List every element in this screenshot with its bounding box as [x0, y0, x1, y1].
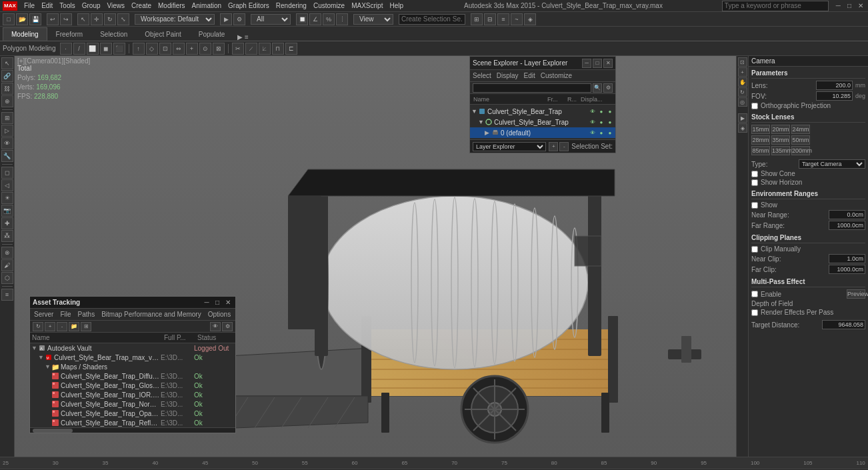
- tab-freeform[interactable]: Freeform: [47, 27, 92, 41]
- motion-tool[interactable]: ▷: [1, 125, 13, 137]
- ap-close-btn[interactable]: ✕: [223, 298, 233, 307]
- lens-24mm[interactable]: 24mm: [791, 125, 810, 134]
- menu-file[interactable]: File: [23, 2, 36, 9]
- ap-row-8[interactable]: Culvert_Style_Bear_Trap_Reflection.png E…: [30, 418, 235, 427]
- render-setup-button[interactable]: ⚙: [233, 13, 245, 25]
- se-green-icon-0[interactable]: ●: [606, 107, 614, 115]
- modify-tool[interactable]: ⊗: [1, 247, 13, 259]
- lens-28mm[interactable]: 28mm: [751, 135, 770, 145]
- show-env-checkbox[interactable]: [751, 202, 758, 209]
- lens-20mm[interactable]: 20mm: [771, 125, 790, 134]
- ap-view-btn[interactable]: 👁: [210, 322, 221, 331]
- se-restore-btn[interactable]: □: [593, 59, 602, 68]
- cap-btn[interactable]: ⊙: [199, 43, 211, 55]
- vp-zoom-btn[interactable]: +: [738, 67, 747, 77]
- flip-btn[interactable]: ⊠: [213, 43, 225, 55]
- bridge-btn[interactable]: ⇔: [173, 43, 185, 55]
- percent-snap-button[interactable]: %: [323, 13, 335, 25]
- render-button[interactable]: ▶: [220, 13, 232, 25]
- render-effects-checkbox[interactable]: [751, 309, 758, 316]
- se-search-input[interactable]: [473, 83, 591, 93]
- ap-row-1[interactable]: ▼ M Culvert_Style_Bear_Trap_max_vray.max…: [30, 353, 235, 362]
- ap-minimize-btn[interactable]: ─: [202, 298, 211, 307]
- spinner-snap-button[interactable]: ⋮: [336, 13, 348, 25]
- menu-graph-editors[interactable]: Graph Editors: [227, 2, 271, 9]
- snap-button[interactable]: 🔲: [296, 13, 308, 25]
- view-dropdown[interactable]: View: [353, 14, 393, 25]
- rotate-button[interactable]: ↻: [104, 13, 116, 25]
- timeline-ruler[interactable]: 25 30 35 40 45 50 55 60 65 70 75 80 85 9…: [0, 457, 868, 469]
- vp-shade-btn[interactable]: ◈: [738, 123, 747, 133]
- create-helper-tool[interactable]: ✚: [1, 217, 13, 229]
- ap-row-0[interactable]: ▼ A Autodesk Vault Logged Out: [30, 343, 235, 353]
- menu-animation[interactable]: Animation: [191, 2, 223, 9]
- se-settings-btn[interactable]: ⚙: [603, 83, 613, 93]
- viewport[interactable]: [+][Camera001][Shaded] Total Polys: 169,…: [15, 56, 736, 457]
- all-dropdown[interactable]: All: [251, 14, 291, 25]
- near-clip-input[interactable]: [829, 254, 865, 263]
- menu-maxscript[interactable]: MAXScript: [350, 2, 384, 9]
- ap-expand-0[interactable]: ▼: [31, 345, 38, 351]
- ap-expand-2[interactable]: ▼: [45, 363, 51, 370]
- vp-orbit-btn[interactable]: ↻: [738, 87, 747, 97]
- paint-tool[interactable]: 🖌: [1, 259, 13, 271]
- target-dist-input[interactable]: [822, 320, 865, 329]
- se-eye-icon-0[interactable]: 👁: [589, 107, 597, 115]
- se-expand-2[interactable]: ▶: [485, 129, 491, 136]
- se-green-icon-2[interactable]: ●: [606, 129, 614, 137]
- vp-zoom-extents-btn[interactable]: ⊡: [738, 57, 747, 67]
- constraints-btn[interactable]: ⊓: [272, 43, 284, 55]
- se-menu-edit[interactable]: Edit: [524, 72, 535, 79]
- ap-row-2[interactable]: ▼ 📁 Maps / Shaders: [30, 362, 235, 371]
- redo-button[interactable]: ↪: [60, 13, 72, 25]
- se-render-icon-2[interactable]: ●: [597, 129, 605, 137]
- edge-btn[interactable]: /: [73, 43, 85, 55]
- fov-input[interactable]: [816, 91, 853, 101]
- create-camera-tool[interactable]: 📷: [1, 205, 13, 217]
- far-range-input[interactable]: [829, 221, 865, 230]
- ap-restore-btn[interactable]: □: [213, 298, 222, 307]
- se-menu-display[interactable]: Display: [497, 72, 519, 79]
- vp-field-of-view-btn[interactable]: ◎: [738, 97, 747, 107]
- create-particle-tool[interactable]: ⁂: [1, 230, 13, 242]
- se-row-2[interactable]: ▶ 0 (default) 👁 ● ●: [470, 127, 615, 138]
- preview-button[interactable]: Preview: [847, 289, 865, 299]
- close-button[interactable]: ✕: [856, 2, 865, 9]
- lens-35mm[interactable]: 35mm: [771, 135, 790, 145]
- menu-tools[interactable]: Tools: [58, 2, 76, 9]
- se-add-layer-btn[interactable]: +: [549, 142, 558, 151]
- save-button[interactable]: 💾: [29, 13, 41, 25]
- select-button[interactable]: ↖: [77, 13, 89, 25]
- lens-15mm[interactable]: 15mm: [751, 125, 770, 134]
- lens-200mm[interactable]: 200mm: [791, 146, 810, 155]
- scale-button[interactable]: ⤡: [117, 13, 129, 25]
- ap-remove-btn[interactable]: -: [57, 322, 67, 331]
- se-filter-btn[interactable]: 🔍: [593, 83, 602, 93]
- bevel-btn[interactable]: ◇: [146, 43, 158, 55]
- se-render-icon-0[interactable]: ●: [597, 107, 605, 115]
- selection-set-input[interactable]: [399, 14, 465, 25]
- restore-button[interactable]: □: [845, 2, 853, 9]
- inset-btn[interactable]: ⊡: [159, 43, 171, 55]
- lens-85mm[interactable]: 85mm: [751, 146, 770, 155]
- create-shape-tool[interactable]: ◁: [1, 179, 13, 191]
- preserve-btn[interactable]: ⊏: [285, 43, 297, 55]
- vertex-btn[interactable]: ·: [60, 43, 72, 55]
- se-menu-customize[interactable]: Customize: [541, 72, 572, 79]
- tab-selection[interactable]: Selection: [91, 27, 136, 41]
- create-light-tool[interactable]: ☀: [1, 192, 13, 204]
- se-render-icon-1[interactable]: ●: [597, 118, 605, 126]
- ap-menu-paths[interactable]: Paths: [78, 311, 95, 318]
- se-minimize-btn[interactable]: ─: [582, 59, 591, 68]
- link-tool[interactable]: 🔗: [1, 70, 13, 82]
- connect-btn[interactable]: +: [186, 43, 198, 55]
- hierarchy-tool[interactable]: ⊞: [1, 112, 13, 124]
- ap-menu-file[interactable]: File: [60, 311, 71, 318]
- quickslice-btn[interactable]: ⟋: [245, 43, 257, 55]
- curve-editor-button[interactable]: ~: [511, 13, 523, 25]
- ap-refresh-btn[interactable]: ↻: [33, 322, 43, 331]
- unlink-tool[interactable]: ⛓: [1, 83, 13, 95]
- se-eye-icon-1[interactable]: 👁: [589, 118, 597, 126]
- se-del-layer-btn[interactable]: -: [559, 142, 569, 151]
- open-button[interactable]: 📂: [16, 13, 28, 25]
